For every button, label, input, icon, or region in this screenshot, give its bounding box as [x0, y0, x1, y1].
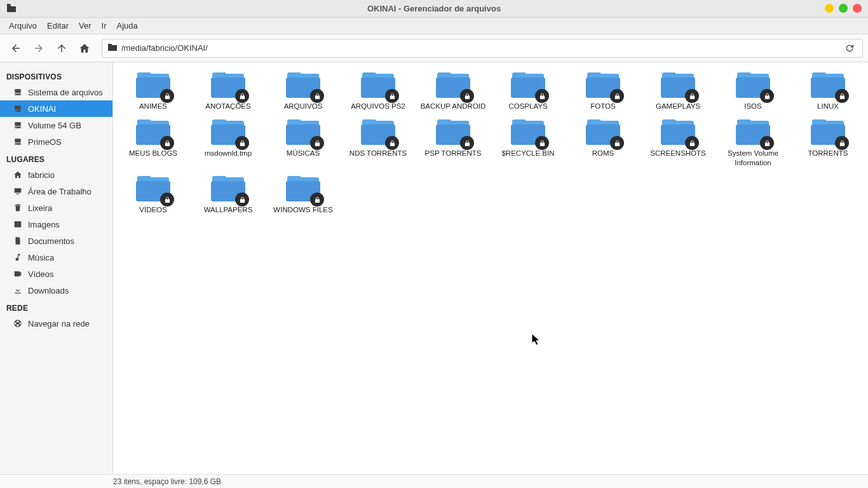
- menu-editar[interactable]: Editar: [42, 18, 74, 33]
- folder-label: msdownld.tmp: [205, 149, 252, 158]
- folder-item[interactable]: ISOS: [717, 69, 789, 113]
- sidebar-item-label: PrimeOS: [28, 137, 62, 147]
- folder-item[interactable]: MEUS BLOGS: [117, 116, 189, 170]
- folder-item[interactable]: ANOTAÇÕES: [192, 69, 264, 113]
- lock-icon: [460, 89, 474, 103]
- folder-label: ROMS: [592, 149, 614, 158]
- folder-item[interactable]: BACKUP ANDROID: [417, 69, 489, 113]
- folder-item[interactable]: MÚSICAS: [267, 116, 339, 170]
- sidebar-item-vídeos[interactable]: Vídeos: [0, 266, 112, 282]
- folder-label: PSP TORRENTS: [425, 149, 482, 158]
- sidebar-item-música[interactable]: Música: [0, 249, 112, 266]
- document-icon: [13, 236, 23, 246]
- lock-icon: [685, 136, 699, 150]
- folder-icon: [136, 176, 170, 203]
- sidebar-item-documentos[interactable]: Documentos: [0, 233, 112, 249]
- sidebar-item-sistema-de-arquivos[interactable]: Sistema de arquivos: [0, 84, 112, 100]
- lock-icon: [310, 136, 324, 150]
- sidebar-item-label: Imagens: [28, 220, 60, 229]
- folder-icon: [136, 119, 170, 146]
- folder-item[interactable]: WALLPAPERS: [192, 172, 264, 217]
- lock-icon: [160, 193, 174, 207]
- sidebar-item-label: Navegar na rede: [28, 319, 90, 329]
- sidebar-item-volume-54-gb[interactable]: Volume 54 GB: [0, 117, 112, 133]
- menu-arquivo[interactable]: Arquivo: [4, 18, 42, 33]
- drive-icon: [13, 104, 23, 114]
- sidebar: DISPOSITIVOSSistema de arquivosOKINAIVol…: [0, 62, 113, 474]
- sidebar-item-label: Downloads: [28, 286, 69, 295]
- drive-icon: [13, 137, 23, 147]
- back-button[interactable]: [5, 38, 27, 58]
- folder-item[interactable]: PSP TORRENTS: [417, 116, 489, 170]
- sidebar-item-label: Documentos: [28, 236, 74, 246]
- sidebar-item-navegar-na-rede[interactable]: Navegar na rede: [0, 315, 112, 332]
- folder-item[interactable]: ARQUIVOS: [267, 69, 339, 113]
- folder-icon: [361, 119, 395, 146]
- minimize-button[interactable]: [825, 4, 834, 13]
- folder-icon: [361, 72, 395, 99]
- folder-item[interactable]: msdownld.tmp: [192, 116, 264, 170]
- menu-ajuda[interactable]: Ajuda: [112, 18, 143, 33]
- folder-item[interactable]: ANIMES: [117, 69, 189, 113]
- lock-icon: [160, 89, 174, 103]
- sidebar-item-primeos[interactable]: PrimeOS: [0, 133, 112, 150]
- folder-label: ISOS: [744, 102, 761, 111]
- sidebar-item-label: fabricio: [28, 170, 55, 180]
- file-pane[interactable]: ANIMESANOTAÇÕESARQUIVOSARQUIVOS PS2BACKU…: [113, 62, 868, 474]
- sidebar-heading: DISPOSITIVOS: [0, 67, 112, 84]
- lock-icon: [535, 89, 549, 103]
- folder-item[interactable]: VÍDEOS: [117, 172, 189, 217]
- sidebar-item-fabricio[interactable]: fabricio: [0, 166, 112, 183]
- toolbar: /media/fabricio/OKINAI/: [0, 34, 868, 62]
- sidebar-item-imagens[interactable]: Imagens: [0, 216, 112, 233]
- folder-label: $RECYCLE.BIN: [501, 149, 554, 158]
- trash-icon: [13, 203, 23, 213]
- lock-icon: [460, 136, 474, 150]
- sidebar-item-label: OKINAI: [28, 104, 56, 114]
- folder-item[interactable]: LINUX: [792, 69, 864, 113]
- folder-item[interactable]: WINDOWS FILES: [267, 172, 339, 217]
- folder-icon: [136, 72, 170, 99]
- drive-icon: [13, 87, 23, 97]
- sidebar-item-downloads[interactable]: Downloads: [0, 282, 112, 299]
- lock-icon: [610, 89, 624, 103]
- folder-label: SCREENSHOTS: [650, 149, 706, 158]
- status-text: 23 itens, espaço livre: 109,6 GB: [113, 477, 221, 486]
- menu-ir[interactable]: Ir: [97, 18, 112, 33]
- up-button[interactable]: [51, 38, 72, 58]
- folder-item[interactable]: $RECYCLE.BIN: [492, 116, 564, 170]
- sidebar-item-lixeira[interactable]: Lixeira: [0, 200, 112, 216]
- forward-button[interactable]: [28, 38, 50, 58]
- folder-label: TORRENTS: [808, 149, 848, 158]
- sidebar-item-okinai[interactable]: OKINAI: [0, 100, 112, 117]
- titlebar: OKINAI - Gerenciador de arquivos: [0, 0, 868, 18]
- folder-icon: [586, 72, 620, 99]
- svg-point-0: [16, 94, 17, 95]
- folder-icon: [736, 119, 770, 146]
- folder-label: MEUS BLOGS: [129, 149, 177, 158]
- sidebar-item-área-de-trabalho[interactable]: Área de Trabalho: [0, 183, 112, 200]
- desktop-icon: [13, 186, 23, 196]
- home-button[interactable]: [74, 38, 95, 58]
- folder-item[interactable]: ARQUIVOS PS2: [342, 69, 414, 113]
- folder-item[interactable]: NDS TORRENTS: [342, 116, 414, 170]
- folder-item[interactable]: TORRENTS: [792, 116, 864, 170]
- menu-ver[interactable]: Ver: [74, 18, 97, 33]
- folder-label: BACKUP ANDROID: [421, 102, 486, 111]
- folder-item[interactable]: SCREENSHOTS: [642, 116, 714, 170]
- path-bar[interactable]: /media/fabricio/OKINAI/: [102, 39, 863, 58]
- maximize-button[interactable]: [839, 4, 848, 13]
- folder-label: FOTOS: [590, 102, 615, 111]
- close-button[interactable]: [853, 4, 862, 13]
- folder-label: MÚSICAS: [287, 149, 320, 158]
- reload-button[interactable]: [842, 41, 857, 56]
- folder-item[interactable]: COSPLAYS: [492, 69, 564, 113]
- folder-item[interactable]: GAMEPLAYS: [642, 69, 714, 113]
- folder-item[interactable]: System Volume Information: [717, 116, 789, 170]
- folder-item[interactable]: FOTOS: [567, 69, 639, 113]
- sidebar-item-label: Lixeira: [28, 203, 52, 213]
- folder-icon: [511, 119, 545, 146]
- folder-icon: [286, 176, 320, 203]
- folder-label: WINDOWS FILES: [273, 205, 332, 214]
- folder-item[interactable]: ROMS: [567, 116, 639, 170]
